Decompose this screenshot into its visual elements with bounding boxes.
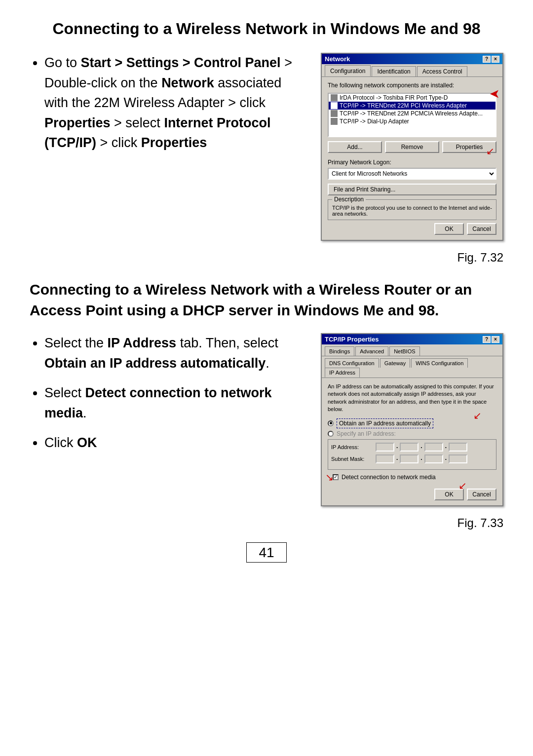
primary-logon-label: Primary Network Logon: [328, 159, 496, 166]
bold-detect: Detect connection to network media [44, 385, 272, 420]
tcpip-dialog: TCP/IP Properties ? × Bindings Advanced … [321, 333, 503, 506]
tcpip-description: An IP address can be automatically assig… [328, 383, 496, 414]
subnet-field-4[interactable] [449, 454, 467, 463]
red-arrow-list: ➤ [490, 88, 499, 101]
page-number: 41 [246, 542, 286, 563]
tcpip-tabs-row1: Bindings Advanced NetBIOS [322, 344, 502, 356]
red-arrow-ok: ↙ [458, 480, 467, 491]
help-button[interactable]: ? [483, 56, 491, 63]
network-dialog-tabs: Configuration Identification Access Cont… [322, 64, 502, 77]
network-body-text: The following network components are ins… [328, 82, 496, 89]
tcpip-dialog-title: TCP/IP Properties [325, 336, 379, 343]
red-arrow-obtain: ↙ [473, 410, 482, 421]
subnet-dot-2: . [420, 454, 422, 463]
net-icon-pci [331, 102, 338, 109]
subnet-field-1[interactable] [376, 454, 394, 463]
network-ok-button[interactable]: OK [434, 223, 464, 235]
description-title: Description [332, 196, 366, 203]
network-dialog-title: Network [325, 55, 350, 63]
tab-wins[interactable]: WINS Configuration [411, 358, 468, 368]
section2: Connecting to a Wireless Network with a … [30, 279, 503, 530]
red-arrow-detect: ↘ [325, 471, 334, 483]
primary-logon-select[interactable]: Client for Microsoft Networks [328, 168, 496, 180]
description-text: TCP/IP is the protocol you use to connec… [332, 203, 492, 217]
ip-field-1[interactable] [376, 443, 394, 452]
bold-start: Start > Settings > Control Panel [81, 55, 281, 70]
tab-ip-address[interactable]: IP Address [325, 368, 360, 378]
radio-obtain-item: Obtain an IP address automatically [328, 418, 496, 428]
section1-bullet1: Go to Start > Settings > Control Panel >… [44, 53, 306, 153]
ip-field-3[interactable] [424, 443, 443, 452]
section1: Connecting to a Wireless Network in Wind… [30, 20, 503, 265]
tcpip-ok-cancel: OK Cancel [328, 489, 496, 500]
network-cancel-button[interactable]: Cancel [467, 223, 496, 235]
section2-bullet3: Click OK [44, 433, 306, 453]
subnet-dot-3: . [445, 454, 447, 463]
titlebar-buttons: ? × [483, 56, 499, 63]
page-number-container: 41 [30, 545, 503, 561]
specify-fields: IP Address: . . . Subnet Mask: [328, 439, 496, 470]
radio-obtain[interactable] [328, 420, 334, 426]
radio-specify-item: Specify an IP address: [328, 430, 496, 437]
subnet-dot-1: . [396, 454, 398, 463]
ip-address-row: IP Address: . . . [331, 443, 493, 452]
close-button[interactable]: × [492, 56, 499, 63]
tab-advanced[interactable]: Advanced [355, 346, 388, 356]
tab-access-control[interactable]: Access Control [417, 66, 468, 76]
tab-gateway[interactable]: Gateway [380, 358, 410, 368]
section1-instructions: Go to Start > Settings > Control Panel >… [30, 53, 306, 158]
network-dialog-buttons: Add... Remove Properties [328, 141, 496, 153]
tcpip-help-button[interactable]: ? [483, 336, 491, 343]
section2-bullet1: Select the IP Address tab. Then, select … [44, 333, 306, 373]
file-sharing-button[interactable]: File and Print Sharing... [328, 184, 496, 195]
tcpip-dialog-titlebar: TCP/IP Properties ? × [322, 334, 502, 344]
bold-properties1: Properties [44, 115, 111, 130]
subnet-label: Subnet Mask: [331, 456, 376, 462]
fig-label-2: Fig. 7.33 [30, 516, 503, 530]
ip-dot-2: . [420, 443, 422, 452]
radio-specify[interactable] [328, 431, 334, 437]
list-item-pci: TCP/IP -> TRENDnet 22M PCI Wireless Adap… [329, 102, 495, 110]
tcpip-body: An IP address can be automatically assig… [322, 378, 502, 505]
list-item-dialup: TCP/IP -> Dial-Up Adapter [329, 117, 495, 125]
subnet-field-2[interactable] [400, 454, 419, 463]
bold-ip-address: IP Address [108, 336, 177, 350]
list-item-pcmcia: TCP/IP -> TRENDnet 22M PCMCIA Wireless A… [329, 110, 495, 117]
tab-netbios[interactable]: NetBIOS [389, 346, 419, 356]
section2-instructions: Select the IP Address tab. Then, select … [30, 333, 306, 458]
fig-label-1: Fig. 7.32 [30, 251, 503, 265]
tab-dns[interactable]: DNS Configuration [325, 358, 379, 368]
network-dialog: Network ? × Configuration Identification… [321, 53, 503, 241]
subnet-field-3[interactable] [424, 454, 443, 463]
network-listbox[interactable]: IrDA Protocol -> Toshiba FIR Port Type-D… [328, 93, 496, 137]
network-dialog-titlebar: Network ? × [322, 54, 502, 64]
network-dialog-ok-cancel: OK Cancel [328, 223, 496, 235]
tab-configuration[interactable]: Configuration [325, 65, 371, 76]
bold-properties2: Properties [141, 135, 207, 150]
tab-bindings[interactable]: Bindings [325, 346, 354, 356]
radio-specify-label: Specify an IP address: [337, 430, 396, 437]
tab-identification[interactable]: Identification [372, 66, 416, 76]
section1-title: Connecting to a Wireless Network in Wind… [30, 20, 503, 38]
ip-field-4[interactable] [449, 443, 467, 452]
list-item-irda: IrDA Protocol -> Toshiba FIR Port Type-D [329, 94, 495, 102]
red-arrow-properties: ↙ [486, 145, 495, 157]
tcpip-close-button[interactable]: × [492, 336, 499, 343]
tcpip-cancel-button[interactable]: Cancel [467, 489, 496, 500]
ip-field-2[interactable] [400, 443, 419, 452]
ip-address-fields: . . . [376, 443, 467, 452]
add-button[interactable]: Add... [328, 141, 382, 153]
radio-obtain-label: Obtain an IP address automatically [337, 418, 433, 428]
detect-checkbox-label: Detect connection to network media [342, 474, 436, 481]
net-icon-irda [331, 94, 338, 101]
subnet-fields: . . . [376, 454, 467, 463]
remove-button[interactable]: Remove [385, 141, 439, 153]
bold-ok: OK [77, 435, 97, 450]
net-icon-pcmcia [331, 110, 338, 117]
ip-dot-1: . [396, 443, 398, 452]
ip-dot-3: . [445, 443, 447, 452]
description-groupbox: Description TCP/IP is the protocol you u… [328, 199, 496, 220]
ip-address-label: IP Address: [331, 444, 376, 450]
tcpip-tabs-row2: DNS Configuration Gateway WINS Configura… [322, 356, 502, 378]
net-icon-dialup [331, 118, 338, 125]
